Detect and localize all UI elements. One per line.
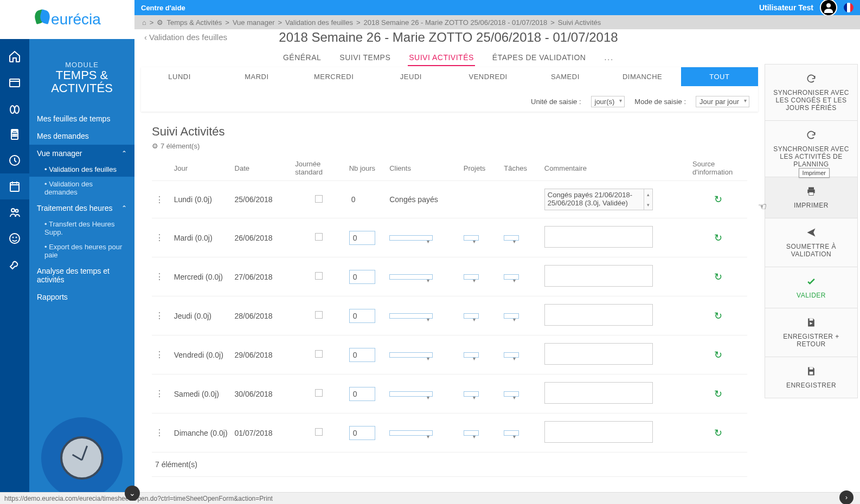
breadcrumb-item[interactable]: Validation des feuilles [285, 18, 353, 27]
task-dropdown[interactable] [504, 274, 519, 280]
drag-icon[interactable]: ⋮ [155, 272, 164, 281]
nb-input[interactable] [349, 309, 375, 323]
client-dropdown[interactable] [389, 313, 433, 319]
project-dropdown[interactable] [464, 391, 479, 397]
action-print[interactable]: IMPRIMER [765, 177, 858, 218]
sync-icon[interactable]: ↻ [714, 389, 722, 399]
tab-more[interactable]: ... [603, 50, 615, 66]
comment-input[interactable] [544, 382, 653, 404]
help-link[interactable]: Centre d'aide [141, 4, 185, 12]
client-dropdown[interactable] [389, 235, 433, 241]
tab-suivi-temps[interactable]: SUIVI TEMPS [338, 50, 392, 66]
scroll-up-icon[interactable]: ▴ [644, 189, 652, 199]
nb-input[interactable] [349, 426, 375, 440]
avatar[interactable] [820, 0, 837, 16]
task-dropdown[interactable] [504, 313, 519, 319]
drag-icon[interactable]: ⋮ [155, 311, 164, 320]
sync-icon[interactable]: ↻ [714, 311, 722, 321]
sync-icon[interactable]: ↻ [714, 428, 722, 438]
scroll-down-icon[interactable]: ▾ [644, 199, 652, 210]
project-dropdown[interactable] [464, 313, 479, 319]
daytab[interactable]: SAMEDI [527, 67, 604, 86]
task-dropdown[interactable] [504, 352, 519, 358]
nb-input[interactable] [349, 231, 375, 245]
next-button[interactable]: › [839, 490, 853, 505]
project-dropdown[interactable] [464, 274, 479, 280]
user-name[interactable]: Utilisateur Test [759, 3, 813, 12]
rail-sandals-icon[interactable] [0, 95, 29, 121]
comment-input[interactable] [544, 343, 653, 365]
standard-checkbox[interactable] [315, 233, 323, 241]
drag-icon[interactable]: ⋮ [155, 350, 164, 359]
action-sync[interactable]: SYNCHRONISER AVEC LES CONGÉS ET LES JOUR… [765, 64, 858, 121]
daytab-tout[interactable]: TOUT [681, 67, 758, 86]
comment-input[interactable] [544, 265, 653, 287]
logo[interactable]: eurécia [0, 0, 134, 39]
sync-icon[interactable]: ↻ [714, 232, 722, 243]
task-dropdown[interactable] [504, 235, 519, 241]
rail-clock-icon[interactable] [0, 147, 29, 173]
rail-calculator-icon[interactable] [0, 121, 29, 147]
daytab[interactable]: DIMANCHE [604, 67, 681, 86]
breadcrumb-item[interactable]: 2018 Semaine 26 - Marie ZOTTO 25/06/2018… [363, 18, 547, 27]
gear-icon[interactable]: ⚙ [152, 142, 158, 150]
rail-smile-icon[interactable] [0, 225, 29, 251]
comment-input[interactable] [544, 304, 653, 326]
action-save-return[interactable]: ENREGISTRER + RETOUR [765, 308, 858, 357]
action-send[interactable]: SOUMETTRE À VALIDATION [765, 218, 858, 267]
tab-etapes-validation[interactable]: ÉTAPES DE VALIDATION [491, 50, 587, 66]
tab-suivi-activites[interactable]: SUIVI ACTIVITÉS [408, 50, 475, 66]
nb-input[interactable] [349, 270, 375, 284]
daytab[interactable]: VENDREDI [450, 67, 527, 86]
scroll-down-button[interactable]: ⌄ [125, 486, 140, 501]
rail-folder-icon[interactable] [0, 69, 29, 95]
back-link[interactable]: ‹ Validation des feuilles [144, 33, 227, 42]
daytab[interactable]: MARDI [218, 67, 295, 86]
nb-input[interactable] [349, 348, 375, 362]
standard-checkbox[interactable] [315, 311, 323, 319]
drag-icon[interactable]: ⋮ [155, 195, 164, 204]
standard-checkbox[interactable] [315, 428, 323, 436]
sidebar-sub-item[interactable]: Validation des demandes [29, 177, 134, 199]
standard-checkbox[interactable] [315, 272, 323, 280]
project-dropdown[interactable] [464, 352, 479, 358]
daytab[interactable]: MERCREDI [296, 67, 373, 86]
breadcrumb-item[interactable]: Vue manager [233, 18, 275, 27]
client-dropdown[interactable] [389, 274, 433, 280]
settings-icon[interactable]: ⚙ [157, 18, 163, 27]
daytab[interactable]: JEUDI [373, 67, 450, 86]
drag-icon[interactable]: ⋮ [155, 428, 164, 437]
sidebar-item[interactable]: Vue manager⌃ [29, 145, 134, 162]
sidebar-sub-item[interactable]: Export des heures pour paie [29, 240, 134, 262]
breadcrumb-item[interactable]: Temps & Activités [166, 18, 222, 27]
task-dropdown[interactable] [504, 391, 519, 397]
tab-general[interactable]: GÉNÉRAL [282, 50, 322, 66]
project-dropdown[interactable] [464, 235, 479, 241]
rail-people-icon[interactable] [0, 199, 29, 225]
rail-home-icon[interactable] [0, 43, 29, 69]
action-check[interactable]: VALIDER [765, 267, 858, 308]
daytab[interactable]: LUNDI [141, 67, 218, 86]
sidebar-sub-item[interactable]: Transfert des Heures Supp. [29, 217, 134, 240]
client-dropdown[interactable] [389, 391, 433, 397]
sync-icon[interactable]: ↻ [714, 194, 722, 205]
unit-select[interactable]: jour(s) [591, 96, 625, 107]
sync-icon[interactable]: ↻ [714, 350, 722, 360]
home-icon[interactable]: ⌂ [142, 18, 146, 27]
sync-icon[interactable]: ↻ [714, 272, 722, 282]
sidebar-item[interactable]: Traitement des heures⌃ [29, 199, 134, 217]
sidebar-sub-item[interactable]: Validation des feuilles [29, 162, 134, 177]
drag-icon[interactable]: ⋮ [155, 389, 164, 398]
task-dropdown[interactable] [504, 430, 519, 436]
drag-icon[interactable]: ⋮ [155, 233, 164, 242]
project-dropdown[interactable] [464, 430, 479, 436]
sidebar-item[interactable]: Mes demandes [29, 127, 134, 145]
nb-input[interactable] [349, 387, 375, 401]
client-dropdown[interactable] [389, 352, 433, 358]
language-flag[interactable] [844, 3, 853, 12]
standard-checkbox[interactable] [315, 350, 323, 358]
standard-checkbox[interactable] [315, 389, 323, 397]
client-dropdown[interactable] [389, 430, 433, 436]
comment-input[interactable] [544, 226, 653, 248]
rail-calendar-icon[interactable] [0, 173, 29, 199]
